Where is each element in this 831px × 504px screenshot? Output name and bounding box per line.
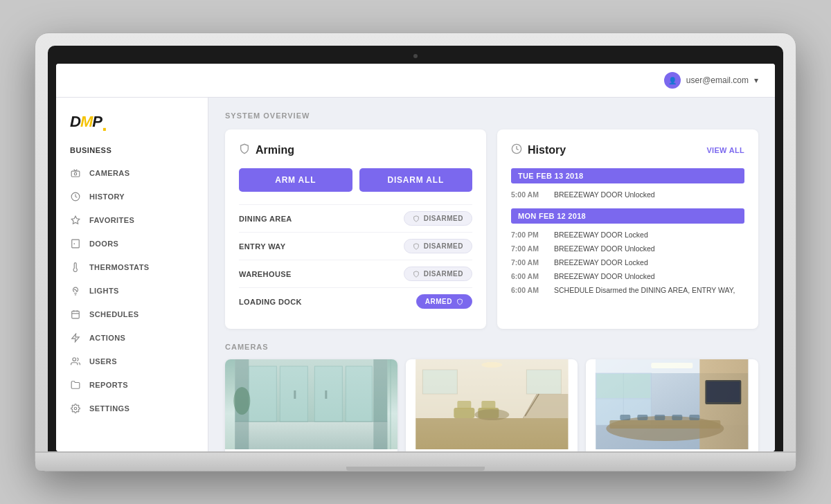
user-dropdown-icon: ▾ xyxy=(754,75,758,85)
svg-point-13 xyxy=(73,358,76,361)
laptop-screen: 👤 user@email.com ▾ D M P . xyxy=(56,64,775,451)
laptop-frame: 👤 user@email.com ▾ D M P . xyxy=(35,33,796,471)
sidebar-item-settings[interactable]: SETTINGS xyxy=(56,397,208,420)
cameras-icon xyxy=(70,168,81,179)
event-time: 6:00 AM xyxy=(511,272,546,280)
svg-rect-51 xyxy=(620,415,631,420)
svg-marker-12 xyxy=(72,334,80,342)
sidebar-item-schedules[interactable]: SCHEDULES xyxy=(56,303,208,326)
svg-rect-33 xyxy=(454,408,474,418)
sidebar-item-users[interactable]: USERS xyxy=(56,350,208,373)
lights-label: LIGHTS xyxy=(89,287,119,295)
event-desc: BREEZEWAY DOOR Locked xyxy=(554,231,648,239)
settings-icon xyxy=(70,403,81,414)
zone-warehouse: WAREHOUSE DISARMED xyxy=(239,260,472,287)
zone-status-loading: ARMED xyxy=(425,298,452,305)
sidebar-item-history[interactable]: HISTORY xyxy=(56,185,208,208)
reports-label: REPORTS xyxy=(89,381,128,389)
svg-rect-8 xyxy=(72,311,80,318)
event-desc: SCHEDULE Disarmed the DINING AREA, ENTRY… xyxy=(554,286,735,294)
camera-card-conference-room[interactable]: Conference Room xyxy=(586,359,758,451)
event-desc: BREEZEWAY DOOR Unlocked xyxy=(554,190,655,199)
svg-rect-53 xyxy=(655,415,665,420)
history-card-header: History VIEW ALL xyxy=(511,143,744,157)
svg-rect-48 xyxy=(597,374,651,398)
event-time: 7:00 AM xyxy=(511,258,546,267)
zone-entry-way: ENTRY WAY DISARMED xyxy=(239,232,472,260)
svg-rect-0 xyxy=(71,171,80,177)
sidebar-item-lights[interactable]: LIGHTS xyxy=(56,279,208,303)
avatar: 👤 xyxy=(664,72,681,89)
zone-name: ENTRY WAY xyxy=(239,242,285,251)
history-label: HISTORY xyxy=(89,192,125,201)
sidebar-item-doors[interactable]: DOORS xyxy=(56,232,208,255)
thermostats-label: THERMOSTATS xyxy=(89,263,150,271)
svg-rect-50 xyxy=(610,420,721,429)
camera-card-front-door[interactable]: Front Door xyxy=(225,359,397,451)
laptop-base xyxy=(35,451,796,471)
zone-name: WAREHOUSE xyxy=(239,270,292,278)
sidebar-item-actions[interactable]: ACTIONS xyxy=(56,326,208,350)
camera-thumbnail-lobby xyxy=(406,359,578,449)
arming-card: Arming ARM ALL DISARM ALL DINING AREA xyxy=(225,129,486,329)
svg-point-40 xyxy=(481,362,502,368)
main-content: SYSTEM OVERVIEW xyxy=(208,98,775,451)
sidebar-item-thermostats[interactable]: THERMOSTATS xyxy=(56,255,208,279)
event-desc: BREEZEWAY DOOR Unlocked xyxy=(554,272,655,280)
zone-status-dining: DISARMED xyxy=(424,215,463,222)
svg-rect-35 xyxy=(457,401,471,409)
svg-rect-39 xyxy=(526,370,561,394)
zone-loading-dock: LOADING DOCK ARMED xyxy=(239,287,472,315)
event-desc: BREEZEWAY DOOR Locked xyxy=(554,258,648,267)
arm-all-button[interactable]: ARM ALL xyxy=(239,168,352,192)
svg-rect-54 xyxy=(672,415,683,420)
history-event: 6:00 AM SCHEDULE Disarmed the DINING ARE… xyxy=(511,283,744,297)
sidebar-item-favorites[interactable]: FAVORITES xyxy=(56,208,208,232)
cameras-label: CAMERAS xyxy=(89,169,129,177)
svg-rect-58 xyxy=(652,363,693,368)
logo: D M P . xyxy=(56,103,208,143)
svg-point-1 xyxy=(74,172,77,175)
top-header: 👤 user@email.com ▾ xyxy=(56,64,775,98)
screen-bezel: 👤 user@email.com ▾ D M P . xyxy=(48,46,783,451)
sidebar-item-cameras[interactable]: CAMERAS xyxy=(56,161,208,185)
logo-p: P xyxy=(92,114,102,129)
view-all-button[interactable]: VIEW ALL xyxy=(706,146,744,154)
sidebar-item-reports[interactable]: REPORTS xyxy=(56,373,208,397)
history-event: 7:00 AM BREEZEWAY DOOR Unlocked xyxy=(511,242,744,255)
history-date-tue: TUE FEB 13 2018 xyxy=(511,168,744,183)
lights-icon xyxy=(70,285,81,296)
event-time: 7:00 AM xyxy=(511,244,546,253)
history-list: TUE FEB 13 2018 5:00 AM BREEZEWAY DOOR U… xyxy=(511,168,744,297)
logo-dmp: D M P . xyxy=(70,114,194,129)
svg-marker-3 xyxy=(71,216,80,224)
actions-icon xyxy=(70,332,81,343)
svg-point-14 xyxy=(74,407,77,410)
arming-title: Arming xyxy=(239,143,294,157)
svg-rect-57 xyxy=(707,381,740,402)
doors-label: DOORS xyxy=(89,240,118,248)
users-icon xyxy=(70,356,81,367)
status-badge-loading: ARMED xyxy=(416,294,472,309)
user-menu[interactable]: 👤 user@email.com ▾ xyxy=(664,72,758,89)
camera-card-lobby[interactable]: Lobby xyxy=(406,359,578,451)
svg-rect-19 xyxy=(373,359,387,449)
svg-rect-52 xyxy=(638,415,648,420)
cameras-grid: Front Door xyxy=(225,359,758,451)
svg-rect-24 xyxy=(294,390,296,399)
zones-list: DINING AREA DISARMED ENTR xyxy=(239,204,472,315)
user-email: user@email.com xyxy=(686,75,749,85)
zone-status-entry: DISARMED xyxy=(424,242,463,250)
arming-card-header: Arming xyxy=(239,143,472,157)
zone-name: LOADING DOCK xyxy=(239,298,302,306)
sidebar-nav: CAMERAS HISTORY xyxy=(56,161,208,451)
history-event: 7:00 PM BREEZEWAY DOOR Locked xyxy=(511,228,744,242)
svg-point-27 xyxy=(233,387,250,415)
system-overview-label: SYSTEM OVERVIEW xyxy=(225,111,758,120)
svg-rect-22 xyxy=(314,366,342,422)
history-date-mon: MON FEB 12 2018 xyxy=(511,208,744,224)
disarm-all-button[interactable]: DISARM ALL xyxy=(359,168,473,192)
shield-icon xyxy=(239,143,250,157)
svg-rect-17 xyxy=(235,422,387,449)
svg-point-37 xyxy=(474,409,509,420)
